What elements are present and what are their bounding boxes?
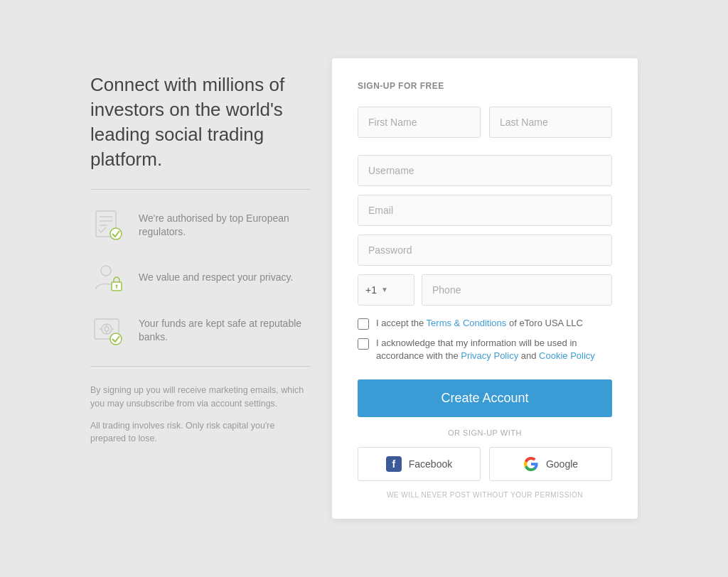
terms-checkbox-group: I accept the Terms & Conditions of eToro…: [358, 317, 612, 330]
privacy-between: and: [518, 350, 539, 361]
svg-point-16: [110, 333, 122, 345]
feature-regulators-text: We're authorised by top European regulat…: [139, 212, 311, 239]
divider-bottom: [90, 366, 311, 367]
chevron-down-icon: ▼: [381, 286, 388, 293]
never-post-text: WE WILL NEVER POST WITHOUT YOUR PERMISSI…: [358, 491, 612, 499]
left-panel: Connect with millions of investors on th…: [90, 58, 332, 468]
email-input[interactable]: [358, 195, 612, 226]
privacy-checkbox[interactable]: [358, 338, 369, 350]
last-name-input[interactable]: [489, 107, 612, 138]
terms-prefix: I accept the: [376, 318, 427, 328]
svg-point-4: [110, 228, 122, 239]
facebook-icon: f: [386, 456, 402, 472]
facebook-label: Facebook: [409, 458, 452, 470]
terms-suffix: of eToro USA LLC: [506, 318, 583, 328]
last-name-group: [489, 107, 612, 138]
funds-icon: [90, 312, 127, 349]
google-icon: [523, 456, 539, 472]
signup-form-panel: SIGN-UP FOR FREE +1 ▼: [332, 58, 638, 519]
left-footer: By signing up you will receive marketing…: [90, 384, 311, 446]
feature-list: We're authorised by top European regulat…: [90, 207, 311, 349]
first-name-input[interactable]: [358, 107, 481, 138]
username-group: [358, 155, 612, 186]
footer-marketing: By signing up you will receive marketing…: [90, 384, 311, 411]
facebook-button[interactable]: f Facebook: [358, 447, 481, 481]
svg-point-11: [105, 327, 109, 331]
signup-title: SIGN-UP FOR FREE: [358, 81, 612, 91]
feature-funds: Your funds are kept safe at reputable ba…: [90, 312, 311, 349]
feature-privacy-text: We value and respect your privacy.: [139, 271, 293, 285]
feature-funds-text: Your funds are kept safe at reputable ba…: [139, 317, 311, 345]
create-account-button[interactable]: Create Account: [358, 379, 612, 417]
google-button[interactable]: Google: [489, 447, 612, 481]
phone-input[interactable]: [422, 274, 612, 306]
social-row: f Facebook Google: [358, 447, 612, 481]
feature-regulators: We're authorised by top European regulat…: [90, 207, 311, 244]
cookie-policy-link[interactable]: Cookie Policy: [539, 350, 595, 361]
or-text: OR SIGN-UP WITH: [358, 428, 612, 437]
regulators-icon: [90, 207, 127, 244]
privacy-label: I acknowledge that my information will b…: [376, 337, 612, 362]
phone-country-select[interactable]: +1 ▼: [358, 274, 414, 306]
terms-link[interactable]: Terms & Conditions: [427, 318, 507, 328]
google-label: Google: [546, 458, 578, 470]
username-input[interactable]: [358, 155, 612, 186]
phone-code: +1: [365, 284, 377, 296]
privacy-checkbox-group: I acknowledge that my information will b…: [358, 337, 612, 362]
terms-label: I accept the Terms & Conditions of eToro…: [376, 317, 583, 330]
svg-point-5: [101, 266, 111, 276]
svg-point-7: [116, 285, 118, 287]
privacy-policy-link[interactable]: Privacy Policy: [461, 350, 518, 361]
privacy-icon: [90, 259, 127, 296]
footer-risk: All trading involves risk. Only risk cap…: [90, 419, 311, 446]
password-group: [358, 234, 612, 266]
terms-checkbox[interactable]: [358, 318, 369, 330]
headline: Connect with millions of investors on th…: [90, 72, 311, 172]
name-row: [358, 107, 612, 146]
first-name-group: [358, 107, 481, 138]
phone-row: +1 ▼: [358, 274, 612, 306]
feature-privacy: We value and respect your privacy.: [90, 259, 311, 296]
password-input[interactable]: [358, 234, 612, 266]
email-group: [358, 195, 612, 226]
divider-top: [90, 189, 311, 190]
